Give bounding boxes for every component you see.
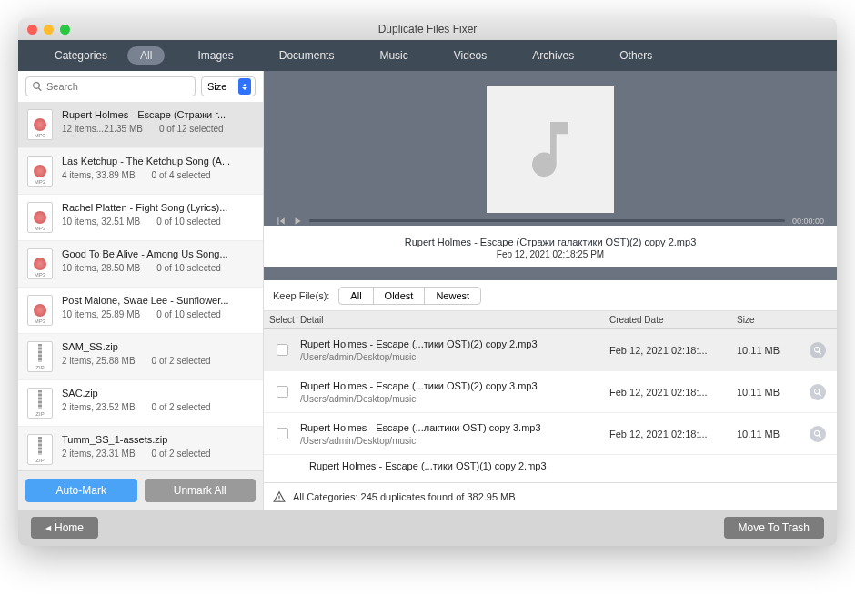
tab-others[interactable]: Others — [607, 46, 665, 65]
svg-point-1 — [279, 500, 280, 500]
duplicates-table: Select Detail Created Date Size Rupert H… — [264, 311, 837, 482]
preview-area: 00:00:00 Rupert Holmes - Escape (Стражи … — [264, 71, 837, 280]
col-select: Select — [264, 315, 300, 325]
preview-filename: Rupert Holmes - Escape (Стражи галактики… — [264, 237, 837, 247]
group-item[interactable]: ZIP SAC.zip 2 items, 23.52 MB0 of 2 sele… — [18, 380, 263, 427]
group-name: Post Malone, Swae Lee - Sunflower... — [62, 295, 254, 306]
table-header: Select Detail Created Date Size — [264, 311, 837, 329]
group-list[interactable]: MP3 Rupert Holmes - Escape (Стражи г... … — [18, 102, 263, 470]
file-date: Feb 12, 2021 02:18:... — [609, 345, 737, 356]
group-item[interactable]: MP3 Post Malone, Swae Lee - Sunflower...… — [18, 288, 263, 334]
file-path: /Users/admin/Desktop/music — [300, 352, 609, 362]
file-size: 10.11 MB — [737, 387, 810, 398]
tab-documents[interactable]: Documents — [267, 46, 347, 65]
file-path: /Users/admin/Desktop/music — [300, 394, 609, 404]
group-name: Good To Be Alive - Among Us Song... — [62, 248, 254, 259]
table-row[interactable]: Rupert Holmes - Escape (...тики OST)(2) … — [264, 371, 837, 413]
album-art-placeholder — [487, 86, 614, 213]
col-detail: Detail — [300, 315, 609, 325]
row-checkbox[interactable] — [277, 344, 288, 356]
group-selected: 0 of 2 selected — [152, 449, 211, 459]
group-name: Las Ketchup - The Ketchup Song (A... — [62, 156, 254, 167]
mp3-file-icon: MP3 — [27, 109, 53, 140]
tab-images[interactable]: Images — [185, 46, 246, 65]
mp3-file-icon: MP3 — [27, 248, 53, 279]
auto-mark-button[interactable]: Auto-Mark — [25, 479, 137, 502]
sidebar: Size MP3 Rupert Holmes - Escape (Стражи … — [18, 71, 264, 510]
reveal-button[interactable] — [810, 342, 826, 358]
group-items: 10 items, 28.50 MB — [62, 263, 140, 273]
status-text: All Categories: 245 duplicates found of … — [293, 491, 516, 502]
preview-date: Feb 12, 2021 02:18:25 PM — [264, 249, 837, 259]
tab-videos[interactable]: Videos — [441, 46, 499, 65]
progress-bar[interactable] — [309, 219, 785, 222]
file-name: Rupert Holmes - Escape (...тики OST)(2) … — [300, 338, 609, 349]
tab-music[interactable]: Music — [367, 46, 420, 65]
group-item[interactable]: MP3 Good To Be Alive - Among Us Song... … — [18, 241, 263, 288]
group-items: 12 items...21.35 MB — [62, 124, 143, 134]
group-items: 2 items, 23.31 MB — [62, 449, 136, 459]
tab-archives[interactable]: Archives — [519, 46, 587, 65]
group-item[interactable]: MP3 Rupert Holmes - Escape (Стражи г... … — [18, 102, 263, 148]
group-name: SAM_SS.zip — [62, 341, 254, 352]
sort-label: Size — [207, 81, 226, 92]
group-selected: 0 of 2 selected — [152, 402, 211, 412]
group-items: 4 items, 33.89 MB — [62, 170, 136, 180]
home-button[interactable]: Home — [31, 517, 98, 539]
group-name: Tumm_SS_1-assets.zip — [62, 434, 254, 445]
mp3-file-icon: MP3 — [27, 202, 53, 233]
app-window: Duplicate Files Fixer Categories AllImag… — [18, 18, 837, 546]
group-item[interactable]: MP3 Rachel Platten - Fight Song (Lyrics)… — [18, 195, 263, 241]
search-field[interactable] — [46, 81, 189, 92]
group-items: 2 items, 23.52 MB — [62, 402, 136, 412]
file-name: Rupert Holmes - Escape (...лактики OST) … — [300, 422, 609, 433]
group-name: Rupert Holmes - Escape (Стражи г... — [62, 109, 254, 120]
music-note-icon — [514, 113, 587, 186]
group-selected: 0 of 2 selected — [152, 356, 211, 366]
keep-label: Keep File(s): — [273, 290, 329, 301]
titlebar: Duplicate Files Fixer — [18, 18, 837, 40]
file-date: Feb 12, 2021 02:18:... — [609, 429, 737, 439]
keep-option-oldest[interactable]: Oldest — [374, 288, 426, 304]
move-to-trash-button[interactable]: Move To Trash — [724, 517, 824, 539]
footer: Home Move To Trash — [18, 510, 837, 546]
group-selected: 0 of 10 selected — [156, 263, 221, 273]
categories-label: Categories — [55, 49, 107, 62]
zip-file-icon: ZIP — [27, 388, 53, 419]
main-panel: 00:00:00 Rupert Holmes - Escape (Стражи … — [264, 71, 837, 510]
group-item[interactable]: ZIP SAM_SS.zip 2 items, 25.88 MB0 of 2 s… — [18, 334, 263, 380]
group-selected: 0 of 4 selected — [152, 170, 211, 180]
row-checkbox[interactable] — [277, 428, 288, 439]
file-size: 10.11 MB — [737, 345, 810, 356]
reveal-button[interactable] — [810, 384, 826, 400]
play-icon[interactable] — [293, 217, 302, 226]
window-title: Duplicate Files Fixer — [18, 23, 837, 35]
group-name: SAC.zip — [62, 388, 254, 399]
search-input[interactable] — [25, 76, 196, 96]
prev-icon[interactable] — [277, 217, 286, 226]
group-item[interactable]: ZIP Tumm_SS_1-assets.zip 2 items, 23.31 … — [18, 427, 263, 470]
col-size: Size — [737, 315, 810, 325]
unmark-all-button[interactable]: Unmark All — [145, 479, 256, 502]
zip-file-icon: ZIP — [27, 434, 53, 465]
group-items: 10 items, 32.51 MB — [62, 217, 140, 227]
file-path: /Users/admin/Desktop/music — [300, 436, 609, 446]
warning-icon — [273, 490, 286, 503]
keep-option-newest[interactable]: Newest — [425, 288, 480, 304]
group-name: Rachel Platten - Fight Song (Lyrics)... — [62, 202, 254, 213]
table-row[interactable]: Rupert Holmes - Escape (...тики OST)(2) … — [264, 329, 837, 371]
status-bar: All Categories: 245 duplicates found of … — [264, 482, 837, 510]
group-item[interactable]: MP3 Las Ketchup - The Ketchup Song (A...… — [18, 148, 263, 195]
keep-file-row: Keep File(s): AllOldestNewest — [264, 280, 837, 311]
group-selected: 0 of 10 selected — [156, 217, 221, 227]
group-items: 10 items, 25.89 MB — [62, 309, 140, 319]
reveal-button[interactable] — [810, 426, 826, 442]
sort-select[interactable]: Size — [201, 76, 256, 96]
file-size: 10.11 MB — [737, 429, 810, 439]
keep-segment[interactable]: AllOldestNewest — [338, 287, 481, 305]
keep-option-all[interactable]: All — [339, 288, 373, 304]
row-checkbox[interactable] — [277, 386, 288, 398]
tab-all[interactable]: All — [127, 46, 165, 65]
partial-row: Rupert Holmes - Escape (...тики OST)(1) … — [264, 455, 837, 477]
table-row[interactable]: Rupert Holmes - Escape (...лактики OST) … — [264, 413, 837, 455]
